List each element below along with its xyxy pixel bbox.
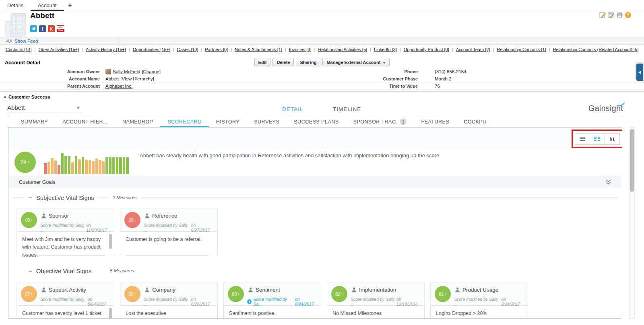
- twitter-icon[interactable]: [30, 25, 37, 32]
- measure-score-badge[interactable]: 95↑: [21, 212, 37, 228]
- tab-account[interactable]: Account: [31, 0, 64, 11]
- trend-bar: [105, 157, 108, 174]
- manage-external-account-button[interactable]: Manage External Account▼: [322, 58, 390, 66]
- trend-bar: [82, 157, 85, 174]
- double-chevron-down-icon[interactable]: [605, 179, 611, 185]
- table-row: Parent Account Alphabet Inc. Time to Val…: [0, 82, 644, 90]
- measure-comment-area[interactable]: Sentiment is postive.: [224, 306, 321, 319]
- measure-comment[interactable]: Logins Dropped > 20%: [436, 310, 519, 319]
- related-link[interactable]: Open Activities [15+]: [38, 47, 79, 52]
- measure-comment[interactable]: Meet with Jim and he is very happy with …: [22, 236, 105, 256]
- measure-comment[interactable]: Lost the executive: [126, 310, 208, 319]
- related-link[interactable]: Opportunity Product [0]: [404, 47, 449, 52]
- sharing-button[interactable]: Sharing: [296, 58, 320, 66]
- measure-card[interactable]: 57↑ Support Activity ! Score modified by…: [17, 282, 114, 319]
- card-scrollbar-thumb[interactable]: [109, 308, 112, 319]
- tab-surveys[interactable]: SURVEYS: [247, 117, 287, 127]
- print-icon[interactable]: [616, 12, 623, 19]
- collapse-section-button[interactable]: −: [29, 194, 32, 201]
- measure-comment-area[interactable]: Lost the executive: [120, 306, 217, 319]
- tab-sponsor-tracking[interactable]: SPONSOR TRAC.1: [346, 117, 414, 127]
- edit-page-icon[interactable]: [599, 12, 606, 19]
- measure-comment-area[interactable]: Logins Dropped > 20%: [431, 306, 528, 319]
- tab-cockpit[interactable]: COCKPIT: [456, 117, 495, 127]
- measure-comment[interactable]: No Missed Milestones: [332, 310, 415, 319]
- measure-card[interactable]: 29↓ Reference ! Score modified by Sally …: [120, 208, 218, 256]
- account-selector-dropdown[interactable]: Abbett ▼: [7, 103, 83, 113]
- edit-layout-icon[interactable]: [608, 12, 615, 19]
- show-feed-link[interactable]: Show Feed: [14, 39, 38, 43]
- tab-namedrop[interactable]: NAMEDROP: [115, 117, 160, 127]
- related-link[interactable]: LinkedIn [3]: [374, 47, 397, 52]
- related-link[interactable]: Cases [10]: [177, 47, 198, 52]
- help-icon[interactable]: ?: [625, 12, 632, 19]
- measure-comment-area[interactable]: Meet with Jim and he is very happy with …: [17, 232, 114, 256]
- related-link[interactable]: Opportunities [15+]: [133, 47, 170, 52]
- measure-card[interactable]: 89↑ Sentiment ! Score modified by Sa... …: [223, 282, 321, 319]
- edit-button[interactable]: Edit: [254, 58, 271, 66]
- owner-link[interactable]: Sally McField: [113, 69, 140, 74]
- tab-summary[interactable]: SUMMARY: [14, 117, 55, 127]
- measure-score-badge[interactable]: 81↑: [435, 286, 451, 302]
- customer-success-section-toggle[interactable]: ▼Customer Success: [3, 95, 50, 99]
- related-link[interactable]: Account Team [2]: [456, 47, 490, 52]
- trend-bar: [123, 157, 126, 174]
- svg-text:?: ?: [627, 13, 629, 17]
- measure-score-badge[interactable]: 89↑: [228, 286, 244, 302]
- youtube-icon[interactable]: You Tube: [57, 25, 64, 32]
- tab-account-hierarchy[interactable]: ACCOUNT HIER...: [55, 117, 115, 127]
- tab-success-plans[interactable]: SUCCESS PLANS: [287, 117, 346, 127]
- parent-account-link[interactable]: Alphabet Inc.: [105, 84, 132, 88]
- chevron-left-icon: [638, 70, 641, 74]
- tab-scorecard[interactable]: SCORECARD: [160, 117, 208, 127]
- tab-timeline[interactable]: TIMELINE: [333, 106, 361, 112]
- overall-health-score-badge[interactable]: 78 ↑: [14, 152, 36, 173]
- tab-features[interactable]: FEATURES: [414, 117, 456, 127]
- related-link[interactable]: Relationship Contacts (Related Account) …: [553, 47, 638, 52]
- measure-card[interactable]: 82↑ Implementation ! Score modified by S…: [327, 282, 425, 319]
- measure-comment-area[interactable]: Customer is going to be a referral.: [120, 232, 217, 256]
- collapse-section-button[interactable]: −: [29, 267, 32, 274]
- scrollbar-thumb[interactable]: [630, 129, 634, 192]
- tab-history[interactable]: HISTORY: [209, 117, 247, 127]
- facebook-icon[interactable]: f: [39, 25, 46, 32]
- related-link[interactable]: Invoices [3]: [289, 47, 312, 52]
- related-link[interactable]: Partners [0]: [205, 47, 228, 52]
- view-hierarchy-link[interactable]: [View Hierarchy]: [120, 76, 154, 81]
- measure-score-badge[interactable]: 57↑: [21, 286, 37, 302]
- related-link[interactable]: Relationship Contacts [1]: [497, 47, 546, 52]
- measure-card[interactable]: 95↑ Sponsor ! Score modified by Sally ..…: [17, 208, 114, 256]
- klout-icon[interactable]: K: [48, 25, 55, 32]
- change-owner-link[interactable]: [Change]: [142, 69, 161, 74]
- related-link[interactable]: Activity History [15+]: [86, 47, 126, 52]
- card-scrollbar-thumb[interactable]: [109, 234, 112, 249]
- score-modified-date: on 8/24/2017: [295, 297, 318, 306]
- measure-comment[interactable]: Customer is going to be a referral.: [126, 236, 208, 256]
- tab-details[interactable]: Details: [0, 0, 31, 11]
- measure-card[interactable]: 81↑ Product Usage ! Score modified by Sa…: [430, 282, 528, 319]
- new-tab-button[interactable]: +: [64, 0, 76, 11]
- related-link[interactable]: Relationship Activities [5]: [318, 47, 367, 52]
- chart-view-button[interactable]: [605, 133, 620, 145]
- sidebar-collapse-handle[interactable]: [636, 63, 643, 82]
- health-trend-sparkline[interactable]: [44, 150, 133, 174]
- measure-score-badge[interactable]: 59↑: [124, 286, 140, 302]
- tab-detail[interactable]: DETAIL: [282, 106, 303, 112]
- related-link[interactable]: Contacts [14]: [6, 47, 32, 52]
- measure-comment-area[interactable]: No Missed Milestones: [327, 306, 424, 319]
- list-view-button[interactable]: [575, 133, 590, 145]
- measure-comment-area[interactable]: Customer has severity level 1 ticket ope…: [17, 306, 114, 319]
- customer-goals-bar[interactable]: Customer Goals: [8, 176, 622, 188]
- measure-comment[interactable]: Customer has severity level 1 ticket ope…: [22, 310, 105, 319]
- measure-score-badge[interactable]: 82↑: [331, 286, 347, 302]
- panel-scrollbar[interactable]: [629, 128, 635, 319]
- card-view-button[interactable]: [590, 133, 605, 145]
- measure-score-badge[interactable]: 29↓: [124, 212, 140, 228]
- measure-card[interactable]: 59↑ Company ! Score modified by Sally ..…: [120, 282, 218, 319]
- related-link[interactable]: Notes & Attachments [1]: [235, 47, 282, 52]
- table-row: Account Name Abbett[View Hierarchy] Cust…: [0, 75, 644, 82]
- trend-bar: [51, 158, 54, 174]
- delete-button[interactable]: Delete: [272, 58, 294, 66]
- scorecard-summary-text[interactable]: Abbett has steady health with good parti…: [140, 152, 603, 159]
- measure-comment[interactable]: Sentiment is postive.: [229, 310, 312, 319]
